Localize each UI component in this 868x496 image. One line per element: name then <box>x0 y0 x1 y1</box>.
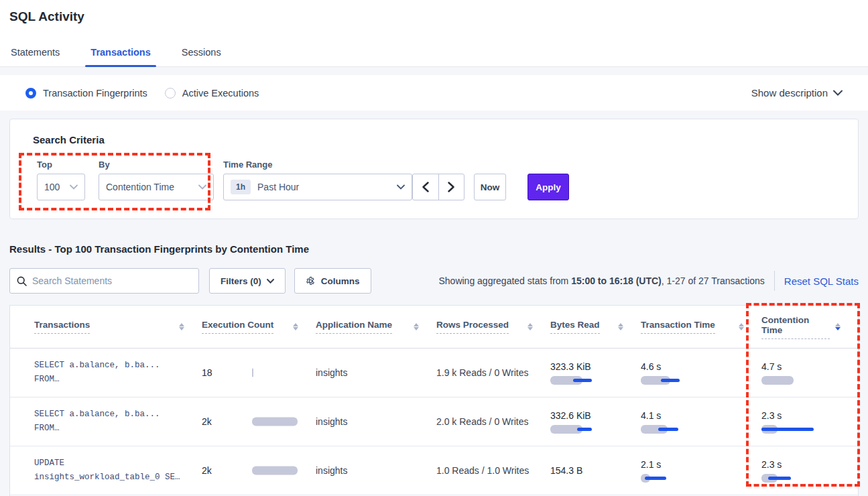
tab-sessions[interactable]: Sessions <box>180 40 223 66</box>
stats-status: Showing aggregated stats from 15:00 to 1… <box>438 271 859 291</box>
transaction-time-cell: 4.6 s <box>641 361 761 385</box>
status-text: Showing aggregated stats from 15:00 to 1… <box>438 275 764 286</box>
page-title: SQL Activity <box>9 9 84 24</box>
chevron-down-icon <box>70 184 78 190</box>
show-description-toggle[interactable]: Show description <box>751 87 843 99</box>
application-name-cell: insights <box>316 416 436 427</box>
by-label: By <box>99 160 110 170</box>
bytes-read-cell: 332.6 KiB <box>550 410 641 434</box>
next-time-range-button[interactable] <box>439 174 464 200</box>
contention-time-cell: 2.3 s <box>761 410 858 434</box>
search-icon <box>17 276 27 286</box>
column-header-transactions: Transactions <box>34 320 202 334</box>
status-time-range: 15:00 to 16:18 (UTC) <box>571 275 662 286</box>
time-range-select[interactable]: 1h Past Hour <box>223 174 412 200</box>
columns-button[interactable]: Columns <box>294 268 371 294</box>
contention-time-bar <box>761 376 858 385</box>
rows-processed-cell: 1.9 k Reads / 0 Writes <box>436 367 550 378</box>
table-row[interactable]: UPDATE insights_workload_table_0 SE… 2k … <box>10 446 858 495</box>
table-row[interactable]: SELECT a.balance, b.ba... FROM… 18 insig… <box>10 349 858 397</box>
now-button[interactable]: Now <box>474 174 506 200</box>
execution-count-bar <box>252 467 298 475</box>
transaction-time-bar <box>641 474 761 483</box>
sort-icon-contention-time-desc[interactable] <box>830 323 841 330</box>
chevron-right-icon <box>448 182 454 192</box>
reset-sql-stats-link[interactable]: Reset SQL Stats <box>784 275 859 287</box>
search-statements-box <box>9 268 199 294</box>
sort-icon-rows-processed[interactable] <box>522 323 533 330</box>
transaction-fingerprint-link[interactable]: SELECT a.balance, b.ba... FROM… <box>34 359 202 386</box>
column-header-label[interactable]: Transaction Time <box>641 320 715 334</box>
previous-time-range-button[interactable] <box>413 174 439 200</box>
tab-statements[interactable]: Statements <box>9 40 61 66</box>
search-statements-input[interactable] <box>32 275 192 286</box>
radio-label: Transaction Fingerprints <box>43 88 147 99</box>
top-select-value: 100 <box>44 182 60 192</box>
transactions-table: Transactions Execution Count Application… <box>9 305 859 496</box>
chevron-down-icon <box>198 184 206 190</box>
results-toolbar: Filters (0) Columns Showing aggregated s… <box>9 268 859 294</box>
column-header-contention-time: Contention Time <box>761 315 858 339</box>
time-range-pager <box>412 174 464 200</box>
top-label: Top <box>37 160 52 170</box>
radio-transaction-fingerprints[interactable]: Transaction Fingerprints <box>25 88 147 99</box>
time-range-label: Time Range <box>223 160 272 170</box>
column-header-execution-count: Execution Count <box>202 320 316 334</box>
column-header-bytes-read: Bytes Read <box>550 320 641 334</box>
sort-icon-execution-count[interactable] <box>288 323 298 330</box>
radio-unselected-icon <box>165 88 176 99</box>
filters-label: Filters (0) <box>221 276 261 286</box>
sql-activity-page: SQL Activity Statements Transactions Ses… <box>0 0 868 496</box>
execution-count-bar <box>252 418 298 426</box>
top-select[interactable]: 100 <box>37 174 85 200</box>
results-heading: Results - Top 100 Transaction Fingerprin… <box>9 243 309 255</box>
contention-time-cell: 2.3 s <box>761 459 858 483</box>
by-select-value: Contention Time <box>106 182 174 192</box>
tab-bar: Statements Transactions Sessions <box>9 40 223 66</box>
radio-active-executions[interactable]: Active Executions <box>165 88 259 99</box>
column-header-transaction-time: Transaction Time <box>641 320 761 334</box>
gear-icon <box>306 276 316 286</box>
radio-selected-icon <box>25 88 36 99</box>
sort-icon-transactions[interactable] <box>174 323 184 330</box>
divider <box>774 271 775 291</box>
chevron-down-icon <box>397 184 405 190</box>
tab-transactions[interactable]: Transactions <box>89 40 151 66</box>
transaction-fingerprint-link[interactable]: UPDATE insights_workload_table_0 SE… <box>34 456 202 484</box>
column-header-label[interactable]: Contention Time <box>761 315 830 339</box>
by-select[interactable]: Contention Time <box>99 174 214 200</box>
column-header-label[interactable]: Application Name <box>316 320 392 334</box>
column-header-label[interactable]: Rows Processed <box>436 320 509 334</box>
transaction-time-cell: 2.1 s <box>641 459 761 483</box>
column-header-application-name: Application Name <box>316 320 436 334</box>
execution-count-bar <box>252 369 253 377</box>
contention-time-cell: 4.7 s <box>761 361 858 385</box>
rows-processed-cell: 1.0 Reads / 1.0 Writes <box>436 465 550 476</box>
execution-count-cell: 2k <box>202 446 316 495</box>
column-header-label[interactable]: Transactions <box>34 320 90 334</box>
radio-label: Active Executions <box>182 88 259 99</box>
sort-icon-transaction-time[interactable] <box>733 323 744 330</box>
columns-label: Columns <box>321 276 360 286</box>
chevron-down-icon <box>267 279 274 284</box>
column-header-label[interactable]: Bytes Read <box>550 320 600 334</box>
column-header-label[interactable]: Execution Count <box>202 320 273 334</box>
show-description-label: Show description <box>751 87 828 99</box>
chevron-left-icon <box>422 182 429 192</box>
bytes-read-bar <box>550 376 641 385</box>
contention-time-bar <box>761 474 858 483</box>
transaction-fingerprint-link[interactable]: SELECT a.balance, b.ba... FROM… <box>34 408 202 435</box>
time-range-value: Past Hour <box>257 182 299 192</box>
sort-icon-bytes-read[interactable] <box>613 323 623 330</box>
table-row[interactable]: SELECT a.balance, b.ba... FROM… 2k insig… <box>10 397 858 446</box>
transaction-time-bar <box>641 376 761 385</box>
apply-button[interactable]: Apply <box>528 174 569 200</box>
application-name-cell: insights <box>316 367 436 378</box>
filters-button[interactable]: Filters (0) <box>209 268 286 294</box>
rows-processed-cell: 2.0 k Reads / 0 Writes <box>436 416 550 427</box>
page-header: SQL Activity Statements Transactions Ses… <box>0 0 868 67</box>
bytes-read-cell: 154.3 B <box>550 465 641 476</box>
sort-icon-application-name[interactable] <box>408 323 419 330</box>
transaction-time-cell: 4.1 s <box>641 410 761 434</box>
view-radio-group: Transaction Fingerprints Active Executio… <box>25 88 259 99</box>
